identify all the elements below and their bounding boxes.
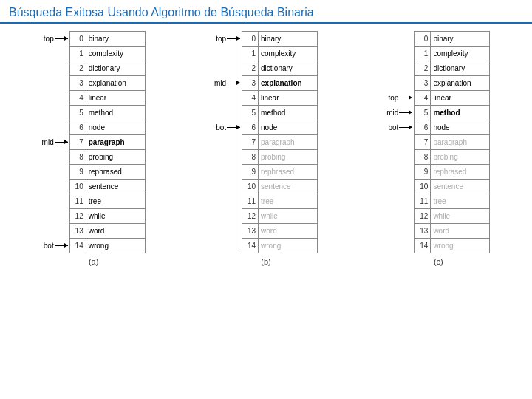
cell-val-2-13: word <box>431 224 490 239</box>
cell-idx-2-6: 6 <box>415 120 431 135</box>
cell-idx-0-0: 0 <box>69 32 86 47</box>
cell-idx-0-1: 1 <box>69 47 86 61</box>
arrow-icon-0-0 <box>55 38 68 39</box>
cell-val-2-7: paragraph <box>431 135 490 150</box>
cell-idx-1-1: 1 <box>242 47 259 61</box>
table-row: 2dictionary <box>242 61 318 76</box>
cell-idx-1-3: 3 <box>242 76 259 91</box>
table-row: 3explanation <box>69 76 145 91</box>
pointer-row-1-9 <box>214 164 240 179</box>
table-row: 8probing <box>415 150 490 165</box>
cell-val-2-4: linear <box>431 91 490 106</box>
pointer-row-2-5: mid <box>386 105 412 120</box>
cell-idx-1-4: 4 <box>242 91 259 106</box>
cell-idx-2-4: 4 <box>415 91 431 106</box>
table-row: 5method <box>242 106 318 120</box>
pointer-row-2-3 <box>386 75 412 90</box>
pointer-row-1-0: top <box>214 31 240 46</box>
cell-val-2-11: tree <box>431 194 490 209</box>
pointer-row-1-6: bot <box>214 120 240 134</box>
arrow-icon-2-6 <box>399 127 412 128</box>
cell-val-2-5: method <box>431 106 490 120</box>
table-row: 14wrong <box>242 239 318 253</box>
cell-val-2-6: node <box>431 120 490 135</box>
cell-idx-2-9: 9 <box>415 165 431 180</box>
cell-val-0-3: explanation <box>86 76 145 91</box>
cell-val-2-2: dictionary <box>431 61 490 76</box>
cell-idx-0-8: 8 <box>69 150 86 165</box>
table-row: 14wrong <box>69 239 145 253</box>
cell-val-0-4: linear <box>86 91 145 106</box>
cell-idx-2-14: 14 <box>415 239 431 253</box>
table-row: 6node <box>415 120 490 135</box>
cell-idx-0-6: 6 <box>69 120 86 135</box>
pointer-row-1-13 <box>214 223 240 238</box>
table-row: 10sentence <box>242 180 318 194</box>
table-row: 13word <box>69 224 145 239</box>
arrow-icon-1-3 <box>227 83 240 83</box>
diagram-label-1: (b) <box>261 257 270 266</box>
diagram-label-2: (c) <box>434 257 443 266</box>
pointer-row-0-3 <box>42 75 68 90</box>
table-row: 3explanation <box>415 76 490 91</box>
cell-idx-2-11: 11 <box>415 194 431 209</box>
cell-val-2-12: while <box>431 209 490 224</box>
cell-val-0-0: binary <box>86 32 145 47</box>
table-row: 14wrong <box>415 239 490 253</box>
arrow-icon-1-6 <box>227 127 240 128</box>
cell-val-1-6: node <box>259 120 318 135</box>
table-row: 12while <box>415 209 490 224</box>
cell-val-0-10: sentence <box>86 180 145 194</box>
cell-val-2-1: complexity <box>431 47 490 61</box>
cell-idx-1-5: 5 <box>242 106 259 120</box>
ptr-label-0-7: mid <box>42 138 54 146</box>
cell-idx-0-2: 2 <box>69 61 86 76</box>
cell-idx-0-12: 12 <box>69 209 86 224</box>
diagram-(a): topmidbot0binary1complexity2dictionary3e… <box>42 31 146 266</box>
cell-val-2-9: rephrased <box>431 165 490 180</box>
table-row: 13word <box>415 224 490 239</box>
cell-val-2-8: probing <box>431 150 490 165</box>
cell-val-1-7: paragraph <box>259 135 318 150</box>
pointer-row-2-13 <box>386 223 412 238</box>
cell-val-2-10: sentence <box>431 180 490 194</box>
table-row: 9rephrased <box>242 165 318 180</box>
pointer-row-1-4 <box>214 90 240 105</box>
table-row: 7paragraph <box>415 135 490 150</box>
cell-val-1-8: probing <box>259 150 318 165</box>
cell-val-1-11: tree <box>259 194 318 209</box>
pointer-row-2-10 <box>386 179 412 194</box>
cell-idx-0-11: 11 <box>69 194 86 209</box>
cell-val-1-14: wrong <box>259 239 318 253</box>
table-row: 9rephrased <box>69 165 145 180</box>
table-row: 13word <box>242 224 318 239</box>
diagram-wrapper-0: topmidbot0binary1complexity2dictionary3e… <box>42 31 146 253</box>
cell-val-0-1: complexity <box>86 47 145 61</box>
arrow-icon-0-14 <box>55 245 68 246</box>
cell-idx-1-14: 14 <box>242 239 259 253</box>
cell-idx-2-10: 10 <box>415 180 431 194</box>
cell-idx-2-5: 5 <box>415 106 431 120</box>
page-title: Búsqueda Exitosa Usando Algoritmo de Bús… <box>0 0 532 24</box>
cell-val-0-11: tree <box>86 194 145 209</box>
ptr-label-1-0: top <box>216 35 226 43</box>
cell-val-0-7: paragraph <box>86 135 145 150</box>
pointer-row-0-5 <box>42 105 68 120</box>
pointer-row-0-7: mid <box>42 134 68 149</box>
diagram-wrapper-2: topmidbot0binary1complexity2dictionary3e… <box>386 31 490 253</box>
diagram-label-0: (a) <box>89 257 98 266</box>
table-row: 6node <box>69 120 145 135</box>
list-table-1: 0binary1complexity2dictionary3explanatio… <box>242 31 318 253</box>
pointer-row-2-4: top <box>386 90 412 105</box>
pointer-row-0-6 <box>42 120 68 134</box>
table-row: 2dictionary <box>69 61 145 76</box>
cell-idx-0-9: 9 <box>69 165 86 180</box>
pointer-row-0-10 <box>42 179 68 194</box>
cell-idx-2-1: 1 <box>415 47 431 61</box>
arrow-icon-2-4 <box>399 98 412 98</box>
cell-idx-2-8: 8 <box>415 150 431 165</box>
table-row: 5method <box>415 106 490 120</box>
cell-val-2-14: wrong <box>431 239 490 253</box>
cell-val-0-2: dictionary <box>86 61 145 76</box>
table-row: 4linear <box>69 91 145 106</box>
